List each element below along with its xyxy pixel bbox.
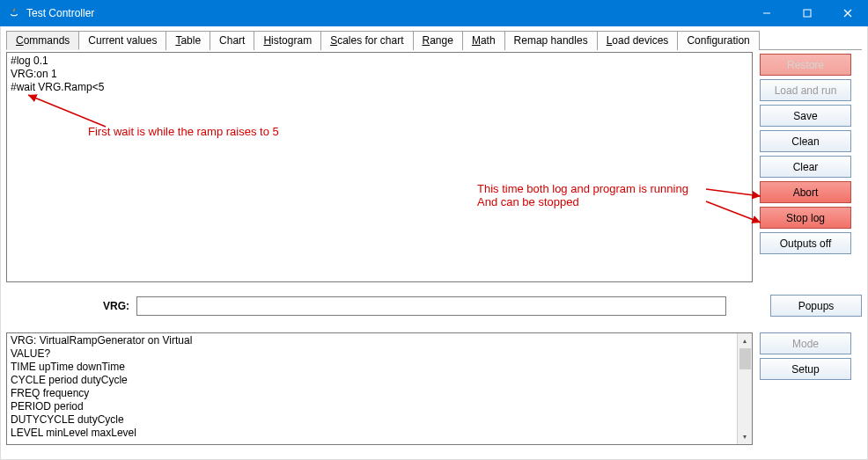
tab-remap[interactable]: Remap handles xyxy=(504,31,598,50)
clean-button[interactable]: Clean xyxy=(760,130,851,152)
tab-math[interactable]: Math xyxy=(462,31,505,50)
tab-table[interactable]: Table xyxy=(166,31,210,50)
scroll-up-icon[interactable]: ▴ xyxy=(738,333,752,348)
log-box: VRG: VirtualRampGenerator on Virtual VAL… xyxy=(6,332,753,445)
log-text[interactable]: VRG: VirtualRampGenerator on Virtual VAL… xyxy=(7,333,737,444)
popups-button[interactable]: Popups xyxy=(770,295,862,317)
tab-range[interactable]: Range xyxy=(413,31,463,50)
outputs-off-button[interactable]: Outputs off xyxy=(760,232,851,254)
load-and-run-button[interactable]: Load and run xyxy=(760,79,851,101)
tab-histogram[interactable]: Histogram xyxy=(254,31,321,50)
tab-commands[interactable]: Commands xyxy=(6,31,79,50)
restore-button[interactable]: Restore xyxy=(760,54,851,76)
abort-button[interactable]: Abort xyxy=(760,181,851,203)
close-button[interactable] xyxy=(828,0,868,26)
window-title: Test Controller xyxy=(26,7,747,19)
tab-configuration[interactable]: Configuration xyxy=(677,31,759,50)
svg-rect-1 xyxy=(804,10,811,17)
tab-current-values[interactable]: Current values xyxy=(78,31,166,50)
command-editor[interactable]: #log 0.1 VRG:on 1 #wait VRG.Ramp<5 xyxy=(6,52,753,282)
tab-bar: Commands Current values Table Chart Hist… xyxy=(6,30,862,50)
setup-button[interactable]: Setup xyxy=(760,358,851,380)
window-controls xyxy=(747,0,868,26)
scroll-thumb[interactable] xyxy=(739,348,751,369)
tab-chart[interactable]: Chart xyxy=(210,31,254,50)
mode-button[interactable]: Mode xyxy=(760,332,851,354)
command-input-label: VRG: xyxy=(6,300,129,312)
command-input[interactable] xyxy=(136,296,726,316)
clear-button[interactable]: Clear xyxy=(760,156,851,178)
maximize-button[interactable] xyxy=(787,0,828,26)
scroll-down-icon[interactable]: ▾ xyxy=(738,429,752,444)
java-icon xyxy=(7,6,21,20)
minimize-button[interactable] xyxy=(747,0,787,26)
stop-log-button[interactable]: Stop log xyxy=(760,207,851,229)
side-button-panel: Restore Load and run Save Clean Clear Ab… xyxy=(760,52,851,282)
log-scrollbar[interactable]: ▴ ▾ xyxy=(737,333,752,444)
save-button[interactable]: Save xyxy=(760,105,851,127)
window-titlebar: Test Controller xyxy=(0,0,868,26)
tab-scales[interactable]: Scales for chart xyxy=(320,31,413,50)
tab-load-devices[interactable]: Load devices xyxy=(597,31,679,50)
